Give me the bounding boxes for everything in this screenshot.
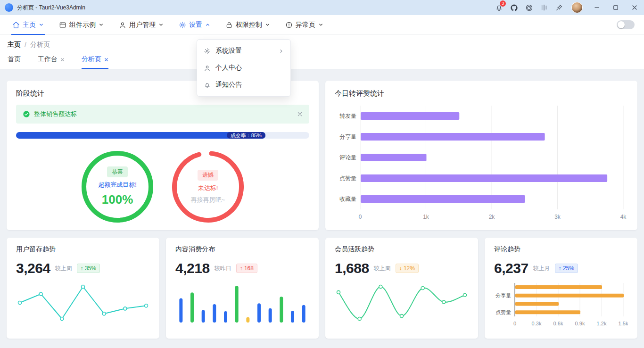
svg-text:点赞量: 点赞量 — [339, 175, 356, 182]
nav-item-label: 设置 — [189, 21, 202, 29]
stat-row: 1,688 较上周 ↓ 12% — [335, 260, 469, 276]
conversion-progress-fill: 成交率：85% — [16, 132, 265, 139]
progress-label: 成交率：85% — [227, 132, 265, 139]
consumption-card: 内容消费分布 4,218 较昨日 ↑ 168 — [166, 238, 319, 339]
trend-badge: ↑ 35% — [77, 264, 100, 273]
menu-item-announcements[interactable]: 通知公告 — [197, 76, 290, 93]
svg-text:0: 0 — [513, 321, 516, 326]
svg-text:转发量: 转发量 — [339, 113, 356, 119]
tab-bar: 首页 工作台 分析页 — [0, 50, 644, 69]
tab-home[interactable]: 首页 — [8, 50, 21, 69]
nav-item-settings[interactable]: 设置 — [171, 15, 218, 34]
columns-layout-icon[interactable] — [537, 0, 552, 15]
user-avatar[interactable] — [571, 2, 583, 13]
menu-item-system-settings[interactable]: 系统设置 — [197, 42, 290, 59]
window-title: 分析页 - Tauri2-Vue3Admin — [17, 4, 85, 12]
svg-text:3k: 3k — [554, 214, 561, 220]
github-icon[interactable] — [506, 0, 521, 15]
stat-compare-label: 较昨日 — [215, 265, 231, 273]
nav-item-users[interactable]: 用户管理 — [111, 15, 171, 34]
svg-text:1.5k: 1.5k — [619, 321, 628, 326]
svg-text:分享量: 分享量 — [339, 133, 356, 140]
chevron-down-icon — [318, 22, 323, 27]
card-title: 评论趋势 — [494, 245, 628, 254]
home-icon — [12, 21, 20, 29]
navbar-right — [617, 15, 639, 34]
svg-text:收藏量: 收藏量 — [339, 196, 356, 202]
settings-dropdown-menu: 系统设置 个人中心 通知公告 — [197, 39, 291, 97]
tab-analysis[interactable]: 分析页 — [82, 50, 108, 69]
member-activity-card: 会员活跃趋势 1,688 较上周 ↓ 12% — [325, 238, 478, 339]
menu-item-profile[interactable]: 个人中心 — [197, 59, 290, 76]
chevron-down-icon — [99, 22, 104, 27]
notifications-bell-icon[interactable]: 3 — [491, 0, 506, 15]
conversion-progress-track: 成交率：85% — [16, 132, 309, 139]
notification-count-badge: 3 — [500, 0, 506, 7]
fail-ring: 遗憾 未达标! 再接再厉吧~ — [171, 150, 245, 224]
success-badge: 恭喜 — [107, 166, 128, 177]
engagement-statistics-card: 今日转评赞统计 01k2k3k4k转发量分享量评论量点赞量收藏量 — [325, 81, 637, 230]
stat-row: 4,218 较昨日 ↑ 168 — [175, 260, 309, 276]
stat-row: 3,264 较上周 ↑ 35% — [16, 260, 150, 276]
nav-item-home[interactable]: 主页 — [5, 15, 51, 34]
close-button[interactable] — [625, 0, 644, 15]
success-value: 100% — [102, 192, 133, 207]
stage-statistics-card: 阶段统计 整体销售额达标 成交率：85% 恭喜 — [7, 81, 319, 230]
bottom-row: 用户留存趋势 3,264 较上周 ↑ 35% 内容消费分布 4,218 较昨日 … — [7, 238, 637, 339]
chevron-down-icon — [158, 22, 164, 27]
stat-value: 1,688 — [335, 260, 369, 276]
lock-icon — [225, 21, 233, 29]
card-title: 会员活跃趋势 — [335, 245, 469, 254]
tab-close-icon[interactable] — [104, 58, 108, 62]
chevron-up-icon — [205, 22, 210, 27]
pin-icon[interactable] — [552, 0, 567, 15]
svg-text:2k: 2k — [489, 214, 495, 220]
theme-toggle[interactable] — [617, 20, 635, 29]
tab-close-icon[interactable] — [60, 58, 65, 62]
card-title: 内容消费分布 — [175, 245, 309, 254]
subheader: 主页 / 分析页 首页 工作台 分析页 — [0, 35, 644, 69]
breadcrumb-root[interactable]: 主页 — [8, 41, 21, 49]
stat-value: 4,218 — [175, 260, 210, 276]
top-row: 阶段统计 整体销售额达标 成交率：85% 恭喜 — [7, 81, 637, 230]
tab-label: 分析页 — [82, 55, 101, 64]
user-icon — [119, 21, 126, 29]
gitee-icon[interactable] — [521, 0, 537, 15]
menu-item-label: 通知公告 — [215, 81, 284, 89]
success-ring-content: 恭喜 超额完成目标! 100% — [86, 156, 149, 218]
svg-text:1.2k: 1.2k — [597, 321, 607, 326]
tab-workbench[interactable]: 工作台 — [38, 50, 65, 69]
svg-text:0.3k: 0.3k — [532, 321, 542, 326]
fail-ring-content: 遗憾 未达标! 再接再厉吧~ — [177, 156, 239, 218]
user-icon — [204, 65, 211, 72]
success-alert: 整体销售额达标 — [16, 105, 309, 124]
engagement-bar-chart: 01k2k3k4k转发量分享量评论量点赞量收藏量 — [335, 103, 628, 222]
breadcrumb: 主页 / 分析页 — [0, 35, 644, 50]
fail-submessage: 再接再厉吧~ — [191, 196, 225, 204]
maximize-button[interactable] — [606, 0, 625, 15]
retention-line-chart — [16, 283, 150, 323]
app-logo — [5, 3, 13, 12]
nav-item-label: 用户管理 — [129, 21, 156, 29]
fail-message: 未达标! — [198, 184, 218, 192]
alert-close-icon[interactable] — [297, 111, 303, 117]
comment-bar-chart: 00.3k0.6k0.9k1.2k1.5k分享量点赞量 — [494, 280, 628, 328]
comment-trend-card: 评论趋势 6,237 较上月 ↑ 25% 00.3k0.6k0.9k1.2k1.… — [485, 238, 637, 339]
menu-item-label: 系统设置 — [215, 47, 274, 55]
svg-text:点赞量: 点赞量 — [495, 309, 511, 315]
consumption-bar-chart — [175, 283, 309, 323]
nav-item-permissions[interactable]: 权限控制 — [218, 15, 278, 34]
card-title: 用户留存趋势 — [16, 245, 150, 254]
nav-item-components[interactable]: 组件示例 — [51, 15, 111, 34]
minimize-button[interactable] — [587, 0, 606, 15]
stat-value: 3,264 — [16, 260, 50, 276]
bell-icon — [204, 82, 211, 89]
components-icon — [59, 21, 66, 29]
svg-text:4k: 4k — [620, 214, 627, 220]
breadcrumb-separator: / — [25, 41, 26, 49]
stat-compare-label: 较上月 — [533, 265, 550, 273]
success-ring: 恭喜 超额完成目标! 100% — [81, 150, 154, 224]
chevron-down-icon — [265, 22, 270, 27]
nav-item-exceptions[interactable]: 异常页 — [278, 15, 331, 34]
titlebar-left: 分析页 - Tauri2-Vue3Admin — [0, 3, 491, 12]
